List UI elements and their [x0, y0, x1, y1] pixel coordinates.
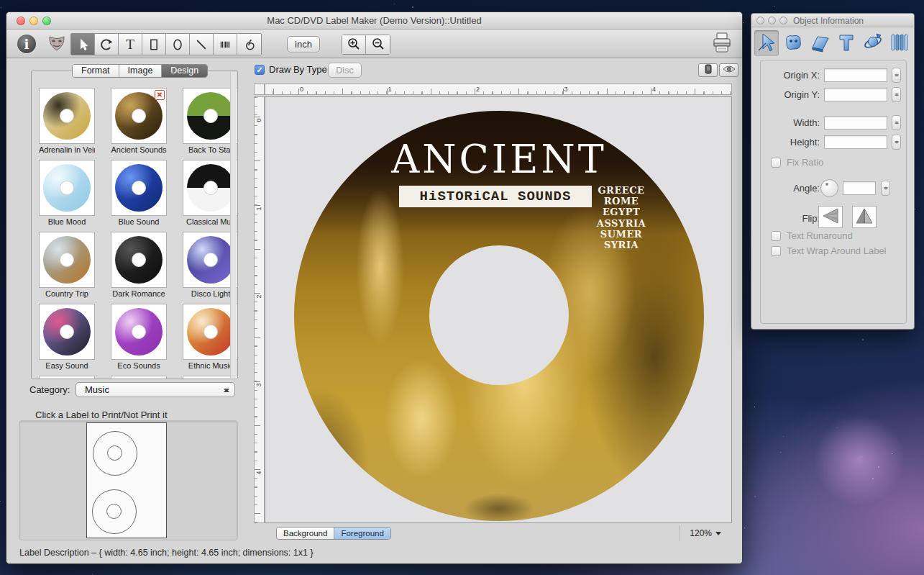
template-thumbnail[interactable] [39, 88, 95, 144]
template-item[interactable]: ✕Ancient Sounds [111, 88, 167, 154]
text-3d-button[interactable] [834, 30, 859, 56]
zoom-in-button[interactable] [342, 35, 366, 54]
text-3d-icon [836, 32, 857, 55]
palette-zoom-button[interactable] [779, 17, 787, 24]
spiral-icon [242, 37, 257, 52]
template-disc-hole [60, 325, 74, 339]
template-thumbnail[interactable] [111, 160, 167, 216]
fix-ratio-control[interactable]: Fix Ratio [771, 157, 823, 168]
label-slot-top[interactable] [93, 431, 137, 476]
text-wrap-checkbox[interactable] [771, 246, 781, 256]
angle-stepper[interactable] [881, 181, 890, 196]
draw-by-type-control[interactable]: ✓ Draw By Type [255, 64, 327, 75]
gyro-3d-button[interactable] [861, 30, 885, 56]
info-button[interactable]: i [15, 32, 38, 55]
template-thumbnail[interactable] [39, 376, 95, 379]
template-thumbnail[interactable] [111, 376, 167, 379]
print-hint-text: Click a Label to Print/Not Print it [35, 409, 168, 420]
mask-button[interactable] [45, 32, 68, 55]
zoom-out-button[interactable] [366, 35, 390, 54]
angle-input[interactable] [843, 181, 876, 195]
fix-ratio-label: Fix Ratio [787, 157, 823, 168]
disc-button[interactable]: Disc [328, 63, 362, 78]
palette-minimize-button[interactable] [768, 17, 776, 24]
text-tool[interactable]: T [119, 34, 142, 55]
zoom-button-group [342, 35, 390, 55]
disc-regions-text[interactable]: GREECEROMEEGYPTASSYRIASUMERSYRIA [593, 185, 650, 250]
layer-tab-background[interactable]: Background [277, 528, 334, 539]
text-wrap-label: Text Wrap Around Label [787, 245, 887, 256]
template-item[interactable]: Adrenalin in Veins [39, 88, 95, 154]
device-icon [704, 64, 713, 76]
template-thumbnail[interactable] [111, 232, 167, 288]
line-tool[interactable] [190, 34, 214, 55]
print-button[interactable] [708, 32, 736, 56]
template-thumbnail[interactable] [39, 304, 95, 360]
template-item-partial[interactable] [111, 376, 167, 379]
select-tool[interactable] [71, 34, 95, 55]
barcode-tool[interactable] [214, 34, 237, 55]
text-t-icon: T [126, 37, 134, 53]
horizontal-ruler: 01234 [265, 83, 732, 95]
template-item[interactable]: Eco Sounds [111, 304, 167, 370]
tab-format[interactable]: Format [73, 65, 119, 77]
origin-y-stepper[interactable] [892, 87, 901, 102]
template-item[interactable]: Dark Romance [111, 232, 167, 298]
origin-x-stepper[interactable] [892, 68, 901, 83]
angle-dial[interactable] [820, 179, 838, 197]
plane-3d-button[interactable] [808, 30, 832, 56]
template-disc-art [43, 308, 91, 356]
template-thumbnail[interactable]: ✕ [111, 88, 167, 144]
eye-icon [723, 65, 736, 76]
deselect-template-icon[interactable]: ✕ [155, 90, 165, 100]
template-disc-hole [132, 325, 146, 339]
template-item[interactable]: Easy Sound [39, 304, 95, 370]
oval-tool[interactable] [166, 34, 190, 55]
tab-image[interactable]: Image [119, 65, 163, 77]
tab-design[interactable]: Design [162, 65, 207, 77]
template-item[interactable]: Blue Sound [111, 160, 167, 226]
curtain-3d-button[interactable] [887, 30, 912, 56]
label-slot-bottom-hole [106, 504, 122, 519]
design-canvas[interactable]: ANCIENT HiSTORiCAL SOUNDS GREECEROMEEGYP… [265, 96, 732, 523]
flip-vertical-button[interactable] [852, 206, 877, 228]
height-input[interactable] [824, 135, 887, 149]
unit-button[interactable]: inch [287, 36, 320, 53]
origin-x-input[interactable] [824, 68, 887, 82]
text-runaround-control[interactable]: Text Runaround [771, 230, 853, 241]
text-wrap-control[interactable]: Text Wrap Around Label [771, 245, 887, 256]
width-input[interactable] [824, 116, 887, 130]
spiral-tool[interactable] [237, 34, 261, 55]
cd-label-artwork[interactable]: ANCIENT HiSTORiCAL SOUNDS GREECEROMEEGYP… [294, 111, 704, 521]
rectangle-tool[interactable] [142, 34, 166, 55]
template-thumbnail[interactable] [111, 304, 167, 360]
label-slot-bottom[interactable] [92, 489, 137, 534]
mask-3d-button[interactable] [781, 30, 805, 56]
preview-eye-button[interactable] [719, 63, 738, 77]
template-thumbnail[interactable] [39, 160, 95, 216]
select-3d-button[interactable] [754, 30, 779, 56]
width-stepper[interactable] [892, 115, 901, 130]
template-scrollbar[interactable] [230, 72, 237, 378]
layer-tab-foreground[interactable]: Foreground [334, 528, 390, 539]
rotate-tool[interactable] [95, 34, 119, 55]
category-dropdown[interactable]: Music [76, 382, 235, 397]
angle-row: Angle: [761, 181, 906, 196]
fix-ratio-checkbox[interactable] [771, 158, 781, 168]
template-item[interactable]: Country Trip [39, 232, 95, 298]
origin-y-input[interactable] [824, 88, 887, 101]
template-item[interactable]: Blue Mood [39, 160, 95, 226]
mask-3d-icon [782, 32, 804, 55]
draw-by-type-checkbox[interactable]: ✓ [255, 65, 265, 75]
height-stepper[interactable] [892, 135, 901, 150]
flip-horizontal-button[interactable] [818, 206, 843, 228]
text-runaround-checkbox[interactable] [771, 231, 781, 241]
palette-close-button[interactable] [756, 17, 764, 24]
template-thumbnail[interactable] [39, 232, 95, 288]
app-window: Mac CD/DVD Label Maker (Demo Version)::U… [6, 12, 743, 564]
disc-title-text[interactable]: ANCIENT [294, 140, 704, 181]
disc-subtitle-box[interactable]: HiSTORiCAL SOUNDS [399, 186, 592, 207]
template-item-partial[interactable] [39, 376, 95, 379]
label-device-button[interactable] [698, 63, 718, 77]
canvas-zoom-dropdown[interactable]: 120% [685, 527, 722, 540]
